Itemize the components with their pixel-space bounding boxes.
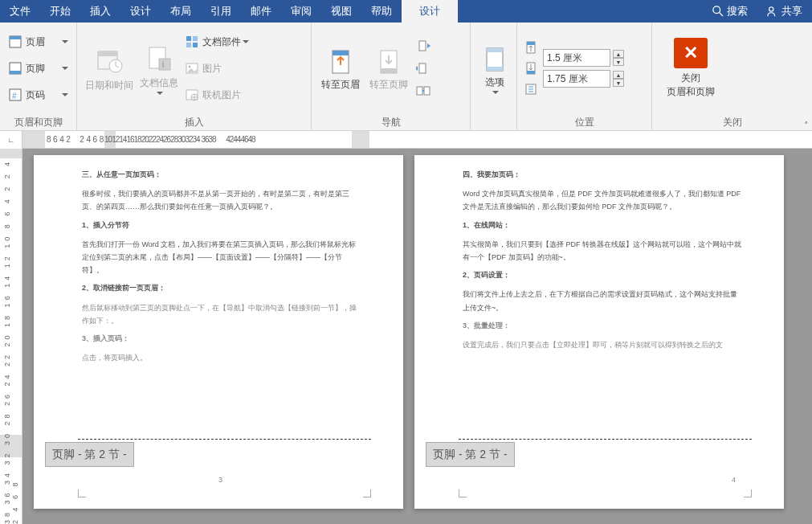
svg-rect-10 <box>98 51 117 56</box>
svg-rect-6 <box>10 71 21 74</box>
horizontal-ruler[interactable]: ∟ 8 6 4 2 2 4 6 8 1012141618202224262830… <box>0 131 812 149</box>
heading: 1、在线网站： <box>463 219 744 231</box>
footer-icon <box>8 61 22 76</box>
menu-home[interactable]: 开始 <box>40 0 80 23</box>
vertical-ruler[interactable]: 38 36 34 32 30 28 26 24 22 20 18 16 14 1… <box>0 149 22 524</box>
footer-label: 页脚 <box>26 62 60 76</box>
svg-rect-20 <box>193 43 198 47</box>
page-4[interactable]: 四、我要加页码： Word 文件加页码真实很简单，但是 PDF 文件加页码就难道… <box>414 155 784 509</box>
chevron-down-icon <box>492 91 499 94</box>
header-distance-input[interactable]: 1.5 厘米 <box>543 49 610 67</box>
svg-point-22 <box>189 66 191 68</box>
chevron-down-icon <box>62 40 68 43</box>
header-from-top-icon <box>524 40 538 55</box>
next-section-button[interactable] <box>416 61 430 76</box>
document-area: 38 36 34 32 30 28 26 24 22 20 18 16 14 1… <box>0 149 812 524</box>
svg-text:#: # <box>12 92 17 100</box>
group-label-close: 关闭 <box>652 114 812 130</box>
page-number-button[interactable]: # 页码 <box>5 82 71 108</box>
footer-distance-input[interactable]: 1.75 厘米 <box>543 70 610 88</box>
datetime-button[interactable]: 日期和时间 <box>82 24 137 113</box>
menu-file[interactable]: 文件 <box>0 0 40 23</box>
insert-alignment-tab-button[interactable] <box>524 82 538 96</box>
docinfo-icon: i <box>143 43 175 75</box>
ruler-corner[interactable]: ∟ <box>0 131 22 149</box>
goto-footer-button[interactable]: 转至页脚 <box>365 46 413 92</box>
options-icon <box>479 43 511 76</box>
chevron-down-icon <box>157 92 163 95</box>
spin-up-button[interactable]: ▲ <box>613 71 624 79</box>
group-label-options <box>471 114 516 130</box>
prev-section-button[interactable] <box>416 39 430 53</box>
page-number: 3 <box>218 473 222 486</box>
menu-share[interactable]: 共享 <box>757 0 812 23</box>
paragraph: 设置完成后，我们只要点击【立即处理】即可，稍等片刻就可以得到转换之后的文 <box>463 338 744 351</box>
close-label-2: 页眉和页脚 <box>667 85 715 99</box>
picture-icon <box>185 61 199 76</box>
link-previous-button[interactable] <box>416 84 430 98</box>
footer-section-tag: 页脚 - 第 2 节 - <box>45 442 134 467</box>
options-button[interactable]: 选项 <box>475 40 514 97</box>
paragraph: 然后鼠标移动到第三页的页脚处点一下，在【导航】中取消勾选【链接到前一节】，操作如… <box>82 301 363 327</box>
svg-line-1 <box>720 13 723 16</box>
menu-references[interactable]: 引用 <box>201 0 241 23</box>
close-header-footer-button[interactable]: ✕ 关闭 页眉和页脚 <box>657 33 724 104</box>
svg-rect-32 <box>419 63 426 73</box>
menu-review[interactable]: 审阅 <box>281 0 321 23</box>
svg-rect-31 <box>419 41 426 51</box>
heading: 2、页码设置： <box>463 268 744 281</box>
footer-button[interactable]: 页脚 <box>5 55 71 82</box>
online-picture-label: 联机图片 <box>202 88 241 102</box>
footer-from-bottom-icon <box>524 61 538 76</box>
heading: 1、插入分节符 <box>82 219 363 231</box>
menu-context-design[interactable]: 设计 <box>402 0 458 23</box>
heading: 三、从任意一页加页码： <box>82 168 363 181</box>
goto-header-label: 转至页眉 <box>321 78 360 92</box>
heading: 3、插入页码： <box>82 332 363 345</box>
share-icon <box>767 6 778 17</box>
goto-header-button[interactable]: 转至页眉 <box>316 46 365 92</box>
goto-header-icon <box>324 46 357 78</box>
docinfo-button[interactable]: i 文档信息 <box>137 24 182 113</box>
collapse-ribbon-button[interactable]: ˄ <box>804 121 809 131</box>
datetime-label: 日期和时间 <box>85 79 133 92</box>
picture-button[interactable]: 图片 <box>182 55 270 82</box>
svg-text:i: i <box>162 60 164 69</box>
footer-boundary <box>78 439 371 440</box>
menu-layout[interactable]: 布局 <box>161 0 201 23</box>
chevron-down-icon <box>62 67 68 70</box>
group-label-hf: 页眉和页脚 <box>0 114 76 130</box>
chevron-down-icon <box>62 93 68 96</box>
heading: 四、我要加页码： <box>463 168 744 181</box>
heading: 2、取消链接前一页页眉： <box>82 281 363 294</box>
svg-point-2 <box>769 7 773 11</box>
header-button[interactable]: 页眉 <box>5 29 71 55</box>
paragraph: 我们将文件上传上去之后，在下方根据自己的需求设置好页码格式，这个网站支持批量上传… <box>463 288 744 313</box>
menu-help[interactable]: 帮助 <box>361 0 402 23</box>
margin-corner-icon <box>459 489 467 497</box>
spin-down-button[interactable]: ▼ <box>613 79 624 87</box>
datetime-icon <box>93 45 125 77</box>
spin-down-button[interactable]: ▼ <box>613 58 624 66</box>
spin-up-button[interactable]: ▲ <box>613 50 624 58</box>
svg-rect-43 <box>527 71 535 74</box>
page-3[interactable]: 三、从任意一页加页码： 很多时候，我们要插入的页码都并不是从第一页开始的，有时是… <box>34 155 403 509</box>
svg-rect-40 <box>527 42 535 45</box>
menu-insert[interactable]: 插入 <box>80 0 120 23</box>
paragraph: 点击，将页码插入。 <box>82 351 363 364</box>
menu-view[interactable]: 视图 <box>321 0 361 23</box>
doc-parts-label: 文档部件 <box>202 35 241 49</box>
heading: 3、批量处理： <box>463 319 744 332</box>
menu-search[interactable]: 搜索 <box>703 0 757 23</box>
group-label-nav: 导航 <box>312 114 470 130</box>
search-label: 搜索 <box>727 4 748 18</box>
ribbon: 页眉 页脚 # 页码 页眉和页脚 日期和时间 <box>0 23 812 131</box>
footer-boundary <box>459 439 752 440</box>
menu-mail[interactable]: 邮件 <box>241 0 281 23</box>
menu-design[interactable]: 设计 <box>120 0 161 23</box>
svg-rect-30 <box>381 68 397 73</box>
online-picture-button[interactable]: 联机图片 <box>182 82 270 108</box>
paragraph: Word 文件加页码真实很简单，但是 PDF 文件加页码就难道很多人了，我们都知… <box>463 187 744 213</box>
menu-bar: 文件 开始 插入 设计 布局 引用 邮件 审阅 视图 帮助 设计 搜索 共享 <box>0 0 812 23</box>
doc-parts-button[interactable]: 文档部件 <box>182 29 270 55</box>
